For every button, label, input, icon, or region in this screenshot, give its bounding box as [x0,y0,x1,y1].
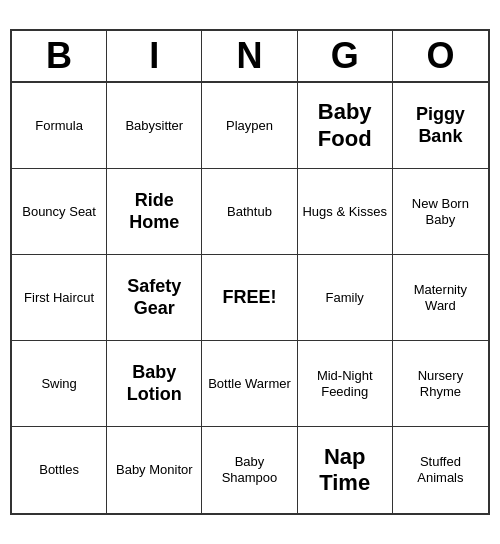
bingo-cell: Baby Monitor [107,427,202,513]
bingo-cell: Bottle Warmer [202,341,297,427]
header-letter: G [298,31,393,81]
bingo-cell: Baby Lotion [107,341,202,427]
bingo-cell: Nap Time [298,427,393,513]
bingo-cell: Ride Home [107,169,202,255]
bingo-cell: Nursery Rhyme [393,341,488,427]
header-letter: B [12,31,107,81]
bingo-card: BINGO FormulaBabysitterPlaypenBaby FoodP… [10,29,490,515]
bingo-cell: Bouncy Seat [12,169,107,255]
bingo-header: BINGO [12,31,488,83]
bingo-cell: Baby Food [298,83,393,169]
bingo-cell: Bathtub [202,169,297,255]
bingo-cell: Mid-Night Feeding [298,341,393,427]
bingo-cell: Bottles [12,427,107,513]
bingo-cell: Piggy Bank [393,83,488,169]
bingo-cell: First Haircut [12,255,107,341]
bingo-cell: Baby Shampoo [202,427,297,513]
bingo-cell: Playpen [202,83,297,169]
bingo-cell: Safety Gear [107,255,202,341]
bingo-cell: Swing [12,341,107,427]
bingo-cell: FREE! [202,255,297,341]
bingo-cell: Maternity Ward [393,255,488,341]
bingo-cell: New Born Baby [393,169,488,255]
header-letter: O [393,31,488,81]
bingo-cell: Hugs & Kisses [298,169,393,255]
bingo-cell: Stuffed Animals [393,427,488,513]
bingo-cell: Family [298,255,393,341]
bingo-cell: Babysitter [107,83,202,169]
bingo-cell: Formula [12,83,107,169]
bingo-grid: FormulaBabysitterPlaypenBaby FoodPiggy B… [12,83,488,513]
header-letter: I [107,31,202,81]
header-letter: N [202,31,297,81]
